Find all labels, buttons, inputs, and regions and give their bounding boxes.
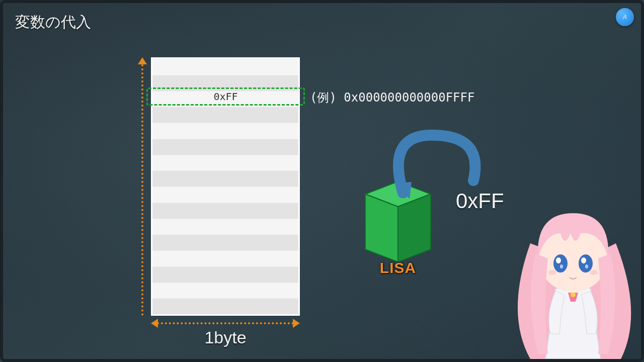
page-title: 変数の代入 (15, 12, 91, 33)
memory-row (152, 123, 298, 139)
memory-row (152, 139, 298, 155)
horizontal-width-arrow (151, 320, 300, 327)
mascot-character (500, 183, 644, 362)
memory-row (152, 59, 298, 75)
memory-row (152, 170, 298, 187)
assignment-arrow (375, 128, 486, 198)
memory-row (152, 266, 298, 283)
variable-name-label: LISA (355, 259, 441, 277)
svg-point-7 (579, 254, 593, 273)
highlighted-memory-cell: 0xFF (146, 87, 305, 106)
memory-row (152, 298, 298, 314)
svg-point-12 (548, 270, 556, 275)
svg-marker-3 (398, 194, 431, 262)
arrow-up-icon (138, 57, 147, 64)
svg-point-8 (556, 257, 561, 263)
arrow-left-icon (151, 319, 158, 328)
memory-row (152, 283, 298, 299)
svg-point-11 (585, 264, 588, 268)
example-address: (例) 0x000000000000FFFF (310, 89, 474, 106)
byte-width-label: 1byte (151, 328, 300, 347)
memory-row (152, 107, 298, 123)
logo-badge: A (616, 8, 634, 26)
memory-row (152, 219, 298, 235)
vertical-axis-arrow (139, 57, 146, 316)
memory-row (152, 250, 298, 266)
svg-point-6 (553, 254, 568, 273)
memory-row (152, 203, 298, 219)
svg-point-9 (581, 257, 586, 263)
svg-point-10 (560, 264, 563, 268)
address-prefix: (例) (310, 90, 337, 105)
memory-row (152, 234, 298, 250)
svg-marker-2 (365, 194, 398, 262)
memory-row (152, 155, 298, 171)
memory-row (152, 187, 298, 203)
address-value: 0x000000000000FFFF (344, 90, 474, 105)
arrow-right-icon (293, 319, 300, 328)
svg-point-13 (590, 270, 598, 275)
svg-point-4 (571, 292, 576, 297)
